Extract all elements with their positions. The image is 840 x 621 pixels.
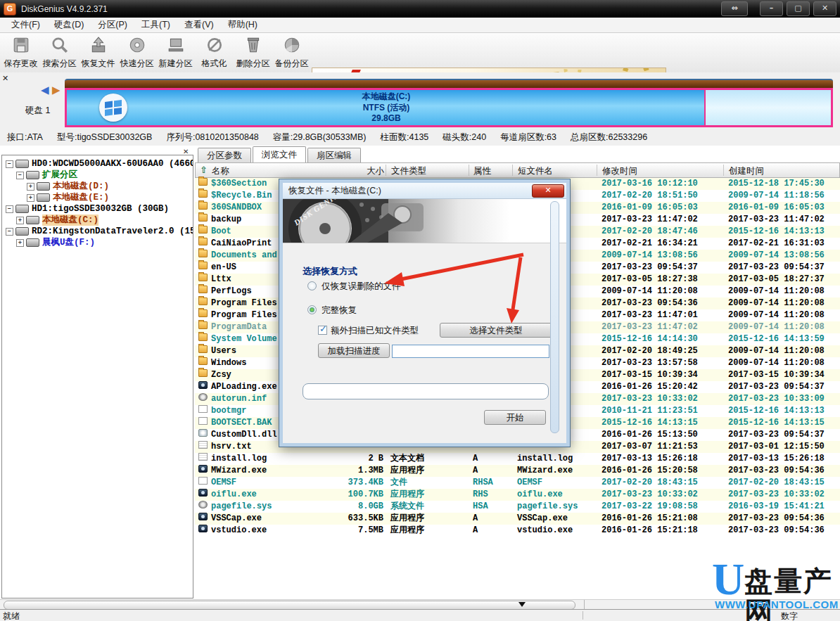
select-file-types-button[interactable]: 选择文件类型: [440, 323, 552, 338]
cell-ctime: 2017-02-20 18:43:15: [728, 477, 825, 489]
exe-icon: [198, 465, 208, 473]
close-button[interactable]: [813, 1, 836, 16]
toolbar-quick-partition-button[interactable]: 快速分区: [117, 33, 156, 72]
radio-full-recovery[interactable]: [307, 305, 317, 314]
column-header-3[interactable]: 属性: [473, 165, 491, 177]
toolbar-backup-partition-button[interactable]: 备份分区: [272, 33, 311, 72]
expand-icon[interactable]: +: [16, 239, 24, 247]
file-row-mwizard-exe[interactable]: MWizard.exe1.3MB应用程序AMWizard.exe2016-01-…: [195, 465, 840, 477]
tab-扇区编辑[interactable]: 扇区编辑: [307, 148, 361, 162]
menu-item-0[interactable]: 文件(F): [4, 19, 47, 31]
column-header-2[interactable]: 文件类型: [391, 165, 426, 177]
sort-ascending-icon[interactable]: ⇧: [200, 165, 208, 175]
folder-icon: [198, 226, 208, 233]
toolbar-save-button[interactable]: 保存更改: [1, 33, 40, 72]
column-header-6[interactable]: 创建时间: [729, 165, 764, 177]
collapse-icon[interactable]: −: [6, 205, 13, 213]
expand-icon[interactable]: +: [27, 194, 34, 202]
collapse-icon[interactable]: −: [6, 160, 13, 168]
tree-close-icon[interactable]: ✕: [183, 148, 189, 155]
radio-recover-deleted-only[interactable]: [307, 281, 317, 290]
checkbox-extra-scan-label[interactable]: 额外扫描已知文件类型: [331, 325, 419, 337]
radio-recover-deleted-label[interactable]: 仅恢复误删除的文件: [322, 281, 401, 293]
cell-name: CustomDll.dll: [211, 429, 277, 441]
tree-item--[interactable]: −扩展分区: [2, 169, 193, 181]
switch-window-button[interactable]: [721, 1, 748, 16]
cell-name: MWizard.exe: [211, 465, 267, 477]
partition-bar-c[interactable]: 本地磁盘(C:) NTFS (活动) 29.8GB: [65, 88, 833, 127]
expand-icon[interactable]: +: [16, 217, 24, 224]
dialog-close-button[interactable]: ✕: [532, 184, 564, 198]
collapse-icon[interactable]: −: [16, 172, 24, 179]
prev-disk-arrow-icon[interactable]: ◀: [41, 84, 49, 96]
cell-short: VSSCap.exe: [517, 513, 568, 525]
folder-icon: [198, 321, 208, 329]
menu-item-2[interactable]: 分区(P): [91, 19, 134, 31]
cell-ctime: 2016-03-19 15:41:21: [728, 501, 825, 513]
toolbar-search-partition-button[interactable]: 搜索分区: [40, 33, 79, 72]
partition-info-text: 本地磁盘(C:) NTFS (活动) 29.8GB: [67, 91, 706, 124]
gear-icon: [198, 501, 208, 508]
cell-mtime: 2017-03-15 10:39:34: [602, 369, 698, 381]
splitter-marker-icon[interactable]: [518, 602, 526, 607]
disk-info-field-7: 总扇区数:62533296: [571, 132, 647, 143]
menu-item-5[interactable]: 帮助(H): [221, 19, 265, 31]
toolbar-format-button[interactable]: 格式化: [195, 33, 234, 72]
menu-item-4[interactable]: 查看(V): [177, 19, 221, 31]
folder-icon: [198, 345, 208, 353]
dialog-scrollbar[interactable]: [550, 201, 559, 433]
file-row-oiflu-exe[interactable]: oiflu.exe100.7KB应用程序RHSoiflu.exe2017-03-…: [195, 489, 840, 501]
start-button[interactable]: 开始: [484, 410, 546, 425]
scan-progress-file-input[interactable]: [392, 345, 549, 358]
tree-item--d-[interactable]: +本地磁盘(D:): [2, 181, 193, 192]
tab-浏览文件[interactable]: 浏览文件: [253, 146, 306, 162]
toolbar-new-partition-button[interactable]: 新建分区: [156, 33, 195, 72]
tree-item-rd2-kingstondatatraveler2-0-15gb[interactable]: −RD2:KingstonDataTraveler2.0 (15GB: [2, 226, 193, 237]
minimize-button[interactable]: [760, 1, 783, 16]
cell-attr: A: [473, 465, 478, 477]
cell-short: oiflu.exe: [517, 489, 563, 501]
next-disk-arrow-icon[interactable]: ▶: [52, 84, 61, 96]
cell-mtime: 2017-03-22 19:08:58: [602, 501, 698, 513]
maximize-button[interactable]: [787, 1, 810, 16]
panel-close-icon[interactable]: ✕: [2, 75, 8, 82]
column-header-4[interactable]: 短文件名: [518, 165, 553, 177]
tree-item-hd1-tigossde30032gb-30gb-[interactable]: −HD1:tigoSSDE30032GB (30GB): [2, 203, 193, 215]
horizontal-scrollbar[interactable]: [0, 599, 840, 609]
file-row-vstudio-exe[interactable]: vstudio.exe7.5MB应用程序Avstudio.exe2016-01-…: [195, 525, 840, 537]
folder-icon: [198, 202, 208, 210]
tree-item--c-[interactable]: +本地磁盘(C:): [2, 215, 193, 226]
radio-full-recovery-label[interactable]: 完整恢复: [322, 305, 357, 316]
checkbox-extra-scan-file-types[interactable]: [318, 326, 327, 335]
toolbar-delete-partition-button[interactable]: 删除分区: [234, 33, 272, 72]
cell-size: 7.5MB: [313, 525, 383, 537]
column-header-1[interactable]: 大小: [314, 165, 384, 177]
file-row-install-log[interactable]: install.log2 B文本文档Ainstall.log2017-03-13…: [195, 453, 840, 465]
file-row-vsscap-exe[interactable]: VSSCap.exe633.5KB应用程序AVSSCap.exe2016-01-…: [195, 513, 840, 525]
column-header-5[interactable]: 修改时间: [602, 165, 637, 177]
file-row-pagefile-sys[interactable]: pagefile.sys8.0GB系统文件HSApagefile.sys2017…: [195, 501, 840, 513]
tab-分区参数[interactable]: 分区参数: [198, 148, 251, 162]
expand-icon[interactable]: +: [27, 183, 34, 191]
cell-attr: A: [473, 525, 478, 537]
file-icon: [198, 405, 208, 413]
tree-item--e-[interactable]: +本地磁盘(E:): [2, 192, 193, 203]
recovery-path-input[interactable]: [303, 383, 549, 399]
tree-item-hd0-wdcwd5000aakx-60u6aa0-466gb-[interactable]: −HD0:WDCWD5000AAKX-60U6AA0 (466GB): [2, 158, 193, 169]
partition-fs: NTFS (活动): [67, 103, 706, 114]
column-header-0[interactable]: 名称: [212, 165, 229, 177]
disk-info-field-4: 柱面数:4135: [381, 132, 429, 143]
tree-item--u-f-[interactable]: +晨枫U盘(F:): [2, 237, 193, 248]
dialog-titlebar[interactable]: 恢复文件 - 本地磁盘(C:) ✕: [283, 183, 566, 199]
cell-mtime: 2017-03-23 11:47:01: [602, 309, 698, 321]
file-row-oemsf[interactable]: OEMSF373.4KB文件RHSAOEMSF2017-02-20 18:43:…: [195, 477, 840, 489]
load-scan-progress-button[interactable]: 加载扫描进度: [318, 343, 390, 358]
collapse-icon[interactable]: −: [6, 228, 13, 236]
cell-name: BOOTSECT.BAK: [211, 417, 272, 429]
cell-ctime: 2017-03-23 10:33:02: [728, 489, 825, 501]
menu-item-3[interactable]: 工具(T): [134, 19, 177, 31]
toolbar-recover-files-button[interactable]: 恢复文件: [79, 33, 117, 72]
cell-name: hsrv.txt: [211, 441, 252, 453]
menu-item-1[interactable]: 硬盘(D): [47, 19, 91, 31]
cell-ctime: 2017-03-23 09:54:36: [728, 513, 825, 525]
